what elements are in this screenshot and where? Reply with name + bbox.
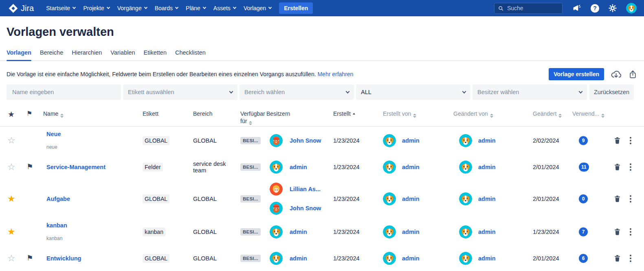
- page-title: Vorlagen verwalten: [7, 25, 637, 39]
- user-link[interactable]: admin: [478, 255, 496, 262]
- sort-icon[interactable]: [558, 114, 562, 118]
- header-flag-icon[interactable]: ⚑: [24, 110, 43, 118]
- user-cell: admin: [459, 252, 530, 265]
- scope-filter-select[interactable]: ALL: [356, 84, 470, 100]
- owner-cell: John Snow: [270, 202, 330, 215]
- owner-link[interactable]: Lillian As...: [290, 186, 321, 192]
- column-header-ge-ndert-von[interactable]: Geändert von: [450, 110, 530, 118]
- announcements-icon[interactable]: [571, 4, 582, 13]
- delete-icon[interactable]: [613, 163, 621, 171]
- dog-avatar: [459, 134, 472, 147]
- column-header-ge-ndert[interactable]: Geändert: [530, 110, 568, 118]
- star-icon[interactable]: ☆: [7, 253, 15, 263]
- more-options-icon[interactable]: [628, 163, 633, 172]
- tab-vorlagen[interactable]: Vorlagen: [7, 49, 31, 60]
- flag-icon[interactable]: ⚑: [26, 162, 33, 171]
- nav-item-assets[interactable]: Assets: [213, 5, 236, 11]
- owner-link[interactable]: admin: [290, 229, 307, 235]
- etikett-filter-select[interactable]: Etikett auswählen: [123, 84, 237, 100]
- template-name-link[interactable]: Service-Management: [46, 164, 141, 170]
- user-link[interactable]: admin: [402, 196, 420, 202]
- user-cell: admin: [383, 225, 450, 238]
- help-icon[interactable]: ?: [591, 4, 599, 13]
- export-icon[interactable]: [628, 69, 637, 79]
- sort-icon[interactable]: [413, 114, 416, 118]
- nav-item-projekte[interactable]: Projekte: [83, 5, 109, 11]
- erstellt-date: 1/23/2024: [330, 164, 379, 170]
- tab-hierarchien[interactable]: Hierarchien: [72, 49, 102, 60]
- create-button[interactable]: Erstellen: [279, 2, 313, 14]
- template-name-link[interactable]: Entwicklung: [46, 255, 141, 262]
- delete-icon[interactable]: [613, 227, 621, 236]
- column-header-erstellt[interactable]: Erstellt: [330, 110, 379, 118]
- template-name-link[interactable]: kanban: [46, 222, 141, 229]
- nav-item-vorlagen[interactable]: Vorlagen: [244, 5, 271, 11]
- user-link[interactable]: admin: [402, 164, 420, 170]
- user-link[interactable]: admin: [402, 137, 420, 144]
- nav-item-startseite[interactable]: Startseite: [46, 5, 75, 11]
- header-star-icon[interactable]: ★: [7, 110, 24, 119]
- sort-icon[interactable]: [249, 121, 252, 125]
- sort-asc-icon[interactable]: [353, 113, 355, 115]
- etikett-tag: GLOBAL: [143, 254, 169, 263]
- jira-logo[interactable]: Jira: [8, 3, 34, 13]
- owner-link[interactable]: John Snow: [290, 137, 321, 144]
- column-header-name[interactable]: Name: [43, 110, 141, 118]
- create-template-button[interactable]: Vorlage erstellen: [549, 68, 604, 80]
- search-input[interactable]: [506, 4, 558, 12]
- user-cell: admin: [383, 161, 450, 174]
- more-options-icon[interactable]: [628, 254, 633, 263]
- user-link[interactable]: admin: [478, 137, 496, 144]
- user-link[interactable]: admin: [478, 196, 496, 202]
- owner-link[interactable]: admin: [290, 164, 307, 170]
- dog-avatar: [270, 225, 283, 238]
- tab-variablen[interactable]: Variablen: [110, 49, 135, 60]
- owner-link[interactable]: admin: [290, 255, 307, 262]
- name-filter-field[interactable]: [11, 88, 116, 96]
- column-header-bereich[interactable]: Bereich: [191, 110, 240, 118]
- delete-icon[interactable]: [613, 136, 621, 145]
- template-name-link[interactable]: Neue: [46, 131, 141, 137]
- star-icon[interactable]: ☆: [7, 162, 15, 172]
- bereich-filter-select[interactable]: Bereich wählen: [240, 84, 354, 100]
- more-options-icon[interactable]: [628, 227, 633, 236]
- owner-link[interactable]: John Snow: [290, 205, 321, 212]
- star-icon[interactable]: ☆: [7, 135, 15, 145]
- user-link[interactable]: admin: [478, 229, 496, 235]
- import-cloud-icon[interactable]: [611, 69, 622, 79]
- column-header-verwend-[interactable]: Verwend...: [568, 110, 607, 118]
- search-box[interactable]: [494, 3, 563, 14]
- flag-icon[interactable]: ⚑: [26, 253, 33, 262]
- column-header-erstellt-von[interactable]: Erstellt von: [379, 110, 450, 118]
- user-cell: admin: [459, 225, 530, 238]
- tab-bereiche[interactable]: Bereiche: [40, 49, 63, 60]
- besitzer-filter-select[interactable]: Besitzer wählen: [473, 84, 587, 100]
- tab-etiketten[interactable]: Etiketten: [144, 49, 167, 60]
- user-link[interactable]: admin: [478, 164, 496, 170]
- settings-gear-icon[interactable]: [608, 4, 617, 13]
- user-link[interactable]: admin: [402, 255, 420, 262]
- column-header-besitzern[interactable]: Besitzern: [265, 110, 330, 118]
- template-name-link[interactable]: Aufgabe: [46, 196, 141, 202]
- nav-item-boards[interactable]: Boards: [155, 5, 178, 11]
- star-icon[interactable]: ★: [7, 194, 15, 204]
- name-filter-input[interactable]: [7, 84, 121, 100]
- more-options-icon[interactable]: [628, 136, 633, 145]
- sort-icon[interactable]: [60, 114, 64, 118]
- usage-count-badge: 9: [579, 136, 588, 145]
- sort-icon[interactable]: [601, 114, 604, 118]
- nav-item-vorg-nge[interactable]: Vorgänge: [117, 5, 147, 11]
- reset-filters-button[interactable]: Zurücksetzen: [589, 84, 634, 100]
- delete-icon[interactable]: [613, 254, 621, 262]
- tab-checklisten[interactable]: Checklisten: [175, 49, 206, 60]
- delete-icon[interactable]: [613, 194, 621, 203]
- column-header-etikett[interactable]: Etikett: [141, 110, 191, 118]
- more-options-icon[interactable]: [628, 194, 633, 203]
- sort-icon[interactable]: [490, 114, 493, 118]
- learn-more-link[interactable]: Mehr erfahren: [317, 71, 353, 77]
- user-avatar[interactable]: [626, 3, 637, 13]
- nav-item-pl-ne[interactable]: Pläne: [186, 5, 206, 11]
- star-icon[interactable]: ★: [7, 227, 15, 237]
- column-header-verf-gbar-f-r[interactable]: Verfügbar für: [240, 110, 265, 125]
- user-link[interactable]: admin: [402, 229, 420, 235]
